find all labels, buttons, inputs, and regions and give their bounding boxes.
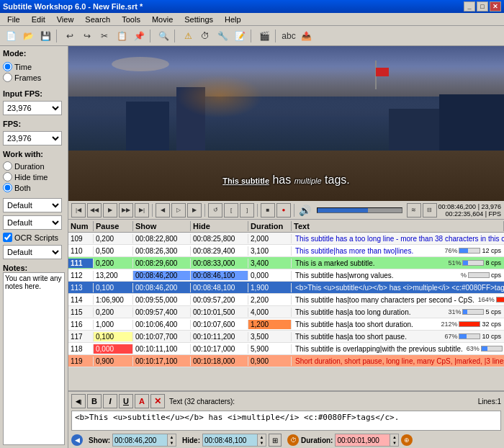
play-button[interactable]: ▶: [103, 203, 117, 218]
mark-in-button[interactable]: [: [224, 203, 238, 218]
cell-num: 112: [68, 271, 94, 280]
rewind-button[interactable]: ◀◀: [87, 203, 102, 218]
find-button[interactable]: 🔍: [156, 28, 171, 44]
waveform-button[interactable]: ≋: [407, 203, 421, 218]
save-button[interactable]: 💾: [37, 28, 53, 44]
notes-area: Notes: You can write any notes here.: [3, 262, 65, 445]
warning-button[interactable]: ⚠: [180, 28, 196, 44]
table-row[interactable]: 111 0,200 00:08:29,600 00:08:33,000 3,40…: [68, 257, 504, 269]
waveform2-button[interactable]: ⊟: [423, 203, 437, 218]
hide-label: Hide:: [182, 436, 200, 444]
video-button[interactable]: 🎬: [256, 28, 272, 44]
next-sub-button[interactable]: ▶: [187, 203, 202, 218]
table-row[interactable]: 114 1:06,900 00:09:55,000 00:09:57,200 2…: [68, 294, 504, 306]
cell-show: 00:09:57,400: [133, 308, 191, 317]
italic-button[interactable]: I: [103, 394, 117, 408]
menu-help[interactable]: Help: [220, 14, 246, 24]
play-sub-button[interactable]: ▷: [171, 203, 186, 218]
minimize-button[interactable]: _: [464, 1, 475, 12]
show-time-up[interactable]: ▲: [168, 434, 176, 440]
table-row[interactable]: 116 1,000 00:10:06,400 00:10:07,600 1,20…: [68, 318, 504, 331]
underline-button[interactable]: U: [119, 394, 133, 408]
table-row[interactable]: 110 0,500 00:08:26,300 00:08:29,400 3,10…: [68, 245, 504, 257]
default2-select[interactable]: Default: [3, 215, 62, 230]
cut-button[interactable]: ✂: [96, 28, 112, 44]
frames-radio[interactable]: Frames: [3, 73, 65, 82]
progress-slider[interactable]: [317, 207, 402, 213]
go-start-button[interactable]: |◀: [71, 203, 86, 218]
both-radio[interactable]: Both: [3, 183, 65, 192]
new-button[interactable]: 📄: [3, 28, 19, 44]
export-button[interactable]: 📤: [298, 28, 314, 44]
ocr-scripts-checkbox[interactable]: OCR Scripts: [3, 233, 65, 242]
spell-button[interactable]: abc: [281, 28, 297, 44]
default3-select[interactable]: Default: [3, 245, 62, 259]
show-time-spinner[interactable]: ▲ ▼: [167, 434, 176, 446]
paste-button[interactable]: 📌: [131, 28, 147, 44]
cell-text-row: This subtitle has|too many characters pe…: [292, 295, 504, 305]
menu-movie[interactable]: Movie: [148, 14, 177, 24]
delete-button[interactable]: ✕: [150, 394, 165, 408]
table-body[interactable]: 109 0,200 00:08:22,800 00:08:25,800 2,00…: [68, 233, 504, 390]
hide-time-input[interactable]: [203, 434, 257, 446]
time-radio[interactable]: Time: [3, 62, 65, 71]
undo-button[interactable]: ↩: [62, 28, 78, 44]
close-button[interactable]: ✕: [490, 1, 501, 12]
hide-time-extra-button[interactable]: ⊞: [269, 434, 282, 447]
tool2-button[interactable]: 🔧: [215, 28, 230, 44]
hide-time-down[interactable]: ▼: [258, 440, 266, 446]
menu-settings[interactable]: Settings: [180, 14, 217, 24]
table-row[interactable]: 115 0,200 00:09:57,400 00:10:01,500 4,00…: [68, 306, 504, 318]
table-row[interactable]: 109 0,200 00:08:22,800 00:08:25,800 2,00…: [68, 233, 504, 245]
menu-view[interactable]: View: [53, 14, 78, 24]
hide-time-spinner[interactable]: ▲ ▼: [257, 434, 266, 446]
duration-radio[interactable]: Duration: [3, 161, 65, 171]
maximize-button[interactable]: □: [477, 1, 488, 12]
toolbar-sep2: [150, 30, 153, 42]
duration-input[interactable]: [336, 434, 390, 446]
show-time-down[interactable]: ▼: [168, 440, 176, 446]
tool3-button[interactable]: 📝: [232, 28, 248, 44]
tool1-button[interactable]: ⏱: [197, 28, 213, 44]
bold-button[interactable]: B: [87, 394, 102, 408]
loop-button[interactable]: ↺: [208, 203, 222, 218]
menu-edit[interactable]: Edit: [27, 14, 50, 24]
go-end-button[interactable]: ▶|: [135, 203, 149, 218]
table-row[interactable]: 113 0,100 00:08:46,200 00:08:48,100 1,90…: [68, 282, 504, 294]
stop-button[interactable]: ■: [261, 203, 275, 218]
redo-button[interactable]: ↪: [79, 28, 95, 44]
notes-textarea[interactable]: You can write any notes here.: [3, 272, 65, 445]
copy-button[interactable]: 📋: [114, 28, 130, 44]
open-button[interactable]: 📂: [20, 28, 36, 44]
menu-search[interactable]: Search: [81, 14, 114, 24]
table-row[interactable]: 117 0,100 00:10:07,700 00:10:11,200 3,50…: [68, 331, 504, 343]
mark-out-button[interactable]: ]: [240, 203, 254, 218]
prev-sub-icon[interactable]: ◀: [71, 434, 83, 446]
duration-extra-icon[interactable]: ⊕: [401, 434, 413, 446]
subtitle-text-editor[interactable]: <b>This <u>subtitle</u></b> has <i>multi…: [71, 411, 501, 431]
duration-spinner[interactable]: ▲ ▼: [390, 434, 398, 446]
insert-button[interactable]: ◀|: [71, 394, 86, 408]
duration-down[interactable]: ▼: [390, 440, 398, 446]
menu-file[interactable]: File: [3, 14, 24, 24]
duration-up[interactable]: ▲: [390, 434, 398, 440]
record-button[interactable]: ●: [276, 203, 291, 218]
color-button[interactable]: A: [135, 394, 149, 408]
prev-sub-button[interactable]: ◀: [156, 203, 170, 218]
cell-hide: 00:10:18,000: [191, 357, 248, 366]
cell-hide: 00:08:46,100: [191, 271, 248, 280]
table-row[interactable]: 118 0,000 00:10:11,100 00:10:17,000 5,90…: [68, 343, 504, 355]
hide-time-up[interactable]: ▲: [258, 434, 266, 440]
show-time-group: Show: ▲ ▼: [89, 434, 176, 447]
input-fps-select[interactable]: 23,976: [3, 101, 62, 115]
fps-select[interactable]: 23,976: [3, 131, 62, 145]
fast-forward-button[interactable]: ▶▶: [119, 203, 133, 218]
menu-tools[interactable]: Tools: [117, 14, 145, 24]
default1-select[interactable]: Default: [3, 198, 62, 212]
cell-show: 00:08:46,200: [133, 283, 191, 292]
show-time-input[interactable]: [113, 434, 167, 446]
cell-cps: cps: [490, 272, 503, 279]
table-row[interactable]: 119 0,900 00:10:17,100 00:10:18,000 0,90…: [68, 355, 504, 367]
hide-time-radio[interactable]: Hide time: [3, 172, 65, 182]
table-row[interactable]: 112 13,200 00:08:46,200 00:08:46,100 0,0…: [68, 269, 504, 282]
